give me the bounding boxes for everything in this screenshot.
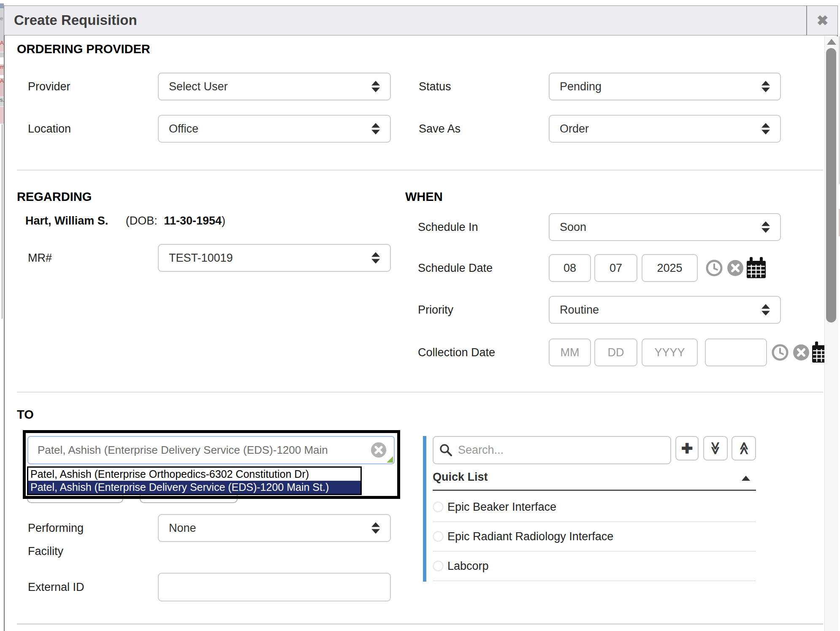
priority-select-value: Routine	[560, 303, 599, 317]
status-select-value: Pending	[560, 80, 602, 93]
section-heading-ordering-provider: ORDERING PROVIDER	[17, 42, 150, 56]
resize-handle-icon[interactable]	[387, 456, 393, 463]
double-chevron-down-icon: ≫	[709, 441, 722, 455]
provider-select-value: Select User	[169, 80, 228, 93]
suggestion-item-highlighted[interactable]: Patel, Ashish (Enterprise Delivery Servi…	[28, 481, 360, 494]
quick-list-item[interactable]: Labcorp	[447, 560, 489, 572]
provider-select[interactable]: Select User	[158, 73, 391, 100]
section-divider	[17, 392, 823, 393]
schedule-date-calendar-icon[interactable]	[746, 257, 766, 279]
scrollbar-up-arrow-icon[interactable]	[827, 39, 836, 45]
collection-date-month-input[interactable]	[549, 339, 591, 366]
select-arrows-icon	[371, 81, 380, 92]
collapse-triangle-icon[interactable]	[742, 476, 750, 481]
collection-date-label: Collection Date	[418, 346, 495, 359]
select-arrows-icon	[371, 523, 380, 534]
save-as-label: Save As	[419, 122, 461, 135]
quick-list-item[interactable]: Epic Beaker Interface	[447, 501, 556, 513]
close-icon: ✖	[817, 12, 829, 29]
schedule-date-label: Schedule Date	[418, 262, 493, 274]
recipient-search-input[interactable]	[27, 436, 395, 464]
status-select[interactable]: Pending	[549, 73, 781, 100]
schedule-time-clock-icon[interactable]	[705, 259, 723, 277]
patient-name: Hart, William S.	[25, 214, 108, 227]
list-divider	[433, 580, 756, 581]
collection-date-year-input[interactable]	[642, 339, 698, 366]
patient-dob-close: )	[222, 214, 225, 227]
performing-facility-label-line1: Performing	[28, 522, 84, 534]
collection-date-clear-icon[interactable]	[792, 344, 810, 361]
footer-divider	[17, 623, 823, 625]
list-divider	[433, 551, 756, 552]
schedule-in-label: Schedule In	[418, 221, 478, 233]
external-id-input[interactable]	[158, 573, 391, 601]
mr-number-label: MR#	[28, 252, 52, 264]
location-select[interactable]: Office	[158, 115, 391, 143]
list-item-status-circle-icon	[433, 501, 444, 512]
external-id-label: External ID	[28, 581, 84, 593]
directory-search-input[interactable]	[433, 436, 671, 464]
collection-date-day-input[interactable]	[594, 339, 637, 366]
schedule-date-year-input[interactable]	[642, 254, 698, 282]
save-as-select[interactable]: Order	[549, 115, 781, 143]
provider-label: Provider	[28, 80, 70, 93]
create-requisition-modal-screen: e A m A s. Create Requisition ✖ ORDERING…	[0, 0, 840, 631]
recipient-clear-icon[interactable]	[370, 441, 387, 458]
select-arrows-icon	[761, 304, 770, 316]
location-select-value: Office	[169, 122, 198, 135]
schedule-in-select[interactable]: Soon	[549, 213, 781, 241]
collapse-all-button[interactable]: ≫	[732, 436, 756, 460]
close-button[interactable]: ✖	[807, 6, 838, 35]
section-heading-when: WHEN	[405, 190, 443, 203]
add-recipient-button[interactable]: ✚	[675, 436, 699, 460]
select-arrows-icon	[761, 81, 770, 92]
priority-label: Priority	[418, 303, 453, 316]
patient-line: Hart, William S. (DOB: 11-30-1954)	[25, 214, 225, 227]
expand-all-button[interactable]: ≫	[703, 436, 728, 460]
page-title: Create Requisition	[14, 5, 137, 35]
location-label: Location	[28, 122, 71, 135]
select-arrows-icon	[371, 252, 380, 264]
suggestion-item[interactable]: Patel, Ashish (Enterprise Orthopedics-63…	[28, 468, 360, 481]
quick-list-item[interactable]: Epic Radiant Radiology Interface	[447, 530, 613, 543]
plus-icon: ✚	[681, 441, 693, 455]
quick-list-heading: Quick List	[433, 470, 488, 484]
double-chevron-up-icon: ≫	[737, 441, 750, 455]
collection-time-clock-icon[interactable]	[771, 344, 789, 361]
select-arrows-icon	[761, 222, 770, 233]
section-heading-regarding: REGARDING	[17, 190, 92, 203]
patient-dob-value: 11-30-1954	[164, 214, 222, 227]
scrollbar-thumb[interactable]	[826, 48, 836, 322]
schedule-date-day-input[interactable]	[594, 254, 637, 282]
mr-number-select[interactable]: TEST-10019	[158, 244, 391, 272]
select-arrows-icon	[761, 123, 770, 135]
mr-number-select-value: TEST-10019	[169, 252, 233, 265]
schedule-in-select-value: Soon	[560, 221, 586, 234]
quick-list-underline	[433, 490, 756, 491]
recipient-suggestion-list: Patel, Ashish (Enterprise Orthopedics-63…	[27, 466, 362, 495]
performing-facility-select[interactable]: None	[158, 514, 391, 542]
collection-time-input[interactable]	[705, 339, 767, 366]
priority-select[interactable]: Routine	[549, 296, 781, 324]
patient-dob-label: (DOB:	[126, 214, 157, 227]
performing-facility-select-value: None	[169, 522, 196, 535]
section-heading-to: TO	[17, 408, 34, 421]
section-divider	[17, 170, 823, 171]
list-item-status-circle-icon	[433, 531, 444, 542]
select-arrows-icon	[371, 123, 380, 135]
schedule-date-clear-icon[interactable]	[726, 259, 744, 277]
list-item-status-circle-icon	[433, 561, 444, 571]
panel-accent-bar	[423, 436, 426, 582]
search-icon	[439, 443, 453, 457]
save-as-select-value: Order	[560, 122, 589, 135]
schedule-date-month-input[interactable]	[549, 254, 591, 282]
performing-facility-label-line2: Facility	[28, 545, 63, 558]
list-divider	[433, 521, 756, 522]
status-label: Status	[419, 80, 451, 93]
